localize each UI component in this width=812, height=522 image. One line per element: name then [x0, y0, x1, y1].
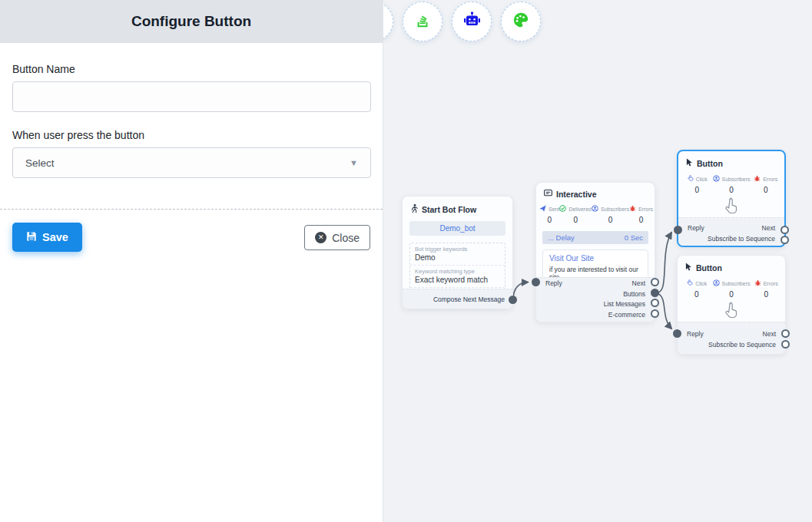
button2-node-header: Button — [678, 256, 785, 277]
button1-node-footer: Reply Next Subscribe to Sequence — [678, 217, 784, 246]
cursor-icon — [685, 263, 692, 273]
field-matching-type: Keyword matching type Exact keyword matc… — [410, 266, 505, 288]
chevron-down-icon: ▼ — [350, 158, 358, 167]
flow-canvas[interactable]: Start Bot Flow Demo_bot Bot trigger keyw… — [383, 0, 812, 522]
stat-click: Click 0 — [681, 175, 713, 194]
stat-sent: Sent 0 — [539, 205, 559, 224]
save-icon — [26, 231, 37, 244]
start-compose-port[interactable] — [509, 296, 517, 304]
press-action-label: When user press the button — [12, 129, 370, 141]
start-bot-flow-node[interactable]: Start Bot Flow Demo_bot Bot trigger keyw… — [402, 196, 513, 309]
button1-stats: Click 0 Subscribers 0 Errors — [678, 173, 784, 194]
interactive-next-port[interactable] — [651, 278, 659, 286]
interactive-node[interactable]: Interactive Sent 0 Delivered — [535, 182, 655, 322]
stat-subscribers: Subscribers 0 — [713, 175, 751, 194]
button2-subscribe-port[interactable] — [781, 340, 790, 349]
subscribers-icon — [592, 205, 598, 213]
toolbar-circle-bot[interactable] — [452, 2, 492, 41]
interactive-buttons-port[interactable] — [651, 289, 659, 297]
port-label-next: Next — [762, 224, 775, 232]
port-label-reply: Reply — [687, 330, 704, 338]
button2-reply-port[interactable] — [673, 329, 681, 338]
stat-delivered: Delivered 0 — [559, 205, 592, 224]
button-node-2[interactable]: Button Click 0 Subscribers — [677, 255, 786, 355]
stat-errors: Errors 0 — [629, 205, 653, 224]
port-label-reply: Reply — [688, 224, 704, 232]
port-label-ecommerce: E-commerce — [608, 311, 645, 319]
port-label-reply: Reply — [545, 279, 562, 287]
toolbar-circle-hidden[interactable] — [383, 2, 393, 41]
panel-title: Configure Button — [0, 0, 383, 43]
toolbar-circle-palette[interactable] — [501, 2, 541, 41]
delay-bar[interactable]: ... Delay 0 Sec — [542, 231, 648, 244]
delay-label: ... Delay — [548, 233, 575, 242]
interactive-stats: Sent 0 Delivered 0 Subscribers — [536, 203, 655, 224]
save-button[interactable]: Save — [12, 223, 82, 252]
click-icon — [686, 279, 693, 287]
port-label-subscribe: Subscribe to Sequence — [708, 235, 775, 243]
port-label-list-messages: List Messages — [604, 300, 645, 308]
select-value: Select — [25, 157, 55, 169]
sent-icon — [539, 205, 546, 213]
interactive-list-messages-port[interactable] — [651, 299, 659, 307]
bot-name-pill[interactable]: Demo_bot — [409, 221, 505, 236]
stack-icon — [414, 12, 431, 31]
delivered-check-icon — [559, 205, 566, 213]
hand-pointer-icon — [678, 302, 785, 319]
stat-subscribers: Subscribers 0 — [713, 279, 751, 299]
configure-button-panel: Configure Button Button Name When user p… — [0, 0, 383, 522]
start-node-header: Start Bot Flow — [403, 197, 512, 219]
subscribers-icon — [713, 279, 720, 287]
close-button-label: Close — [332, 232, 360, 244]
port-label-next: Next — [632, 279, 645, 287]
delay-value: 0 Sec — [625, 233, 643, 242]
close-icon: ✕ — [315, 232, 326, 243]
button-node-1[interactable]: Button Click 0 Subscribers — [677, 150, 786, 247]
interactive-reply-port[interactable] — [532, 278, 540, 286]
port-label-buttons: Buttons — [623, 290, 645, 298]
hand-pointer-icon — [678, 197, 784, 215]
palette-icon — [512, 12, 529, 31]
button1-next-port[interactable] — [781, 226, 789, 234]
button2-stats: Click 0 Subscribers 0 Errors — [678, 277, 785, 299]
button1-node-header: Button — [678, 151, 784, 173]
toolbar-circle-stack[interactable] — [403, 2, 442, 41]
port-label-next: Next — [763, 330, 776, 338]
interactive-ecommerce-port[interactable] — [651, 309, 659, 318]
cursor-icon — [686, 158, 693, 169]
stat-errors: Errors 0 — [750, 279, 782, 299]
port-label-subscribe: Subscribe to Sequence — [708, 341, 776, 349]
button-name-label: Button Name — [12, 63, 370, 75]
errors-bug-icon — [754, 175, 761, 183]
subscribers-icon — [713, 175, 720, 183]
button2-node-footer: Reply Next Subscribe to Sequence — [678, 322, 785, 354]
button2-node-title: Button — [696, 263, 722, 273]
button-name-input[interactable] — [12, 81, 371, 112]
save-button-label: Save — [42, 231, 68, 243]
message-title: Visit Our Site — [549, 254, 641, 263]
start-node-title: Start Bot Flow — [422, 205, 476, 214]
chat-window-icon — [544, 190, 552, 199]
errors-bug-icon — [754, 279, 761, 287]
button1-reply-port[interactable] — [674, 226, 682, 234]
interactive-node-title: Interactive — [556, 190, 597, 199]
stat-errors: Errors 0 — [750, 175, 781, 194]
button1-subscribe-port[interactable] — [781, 236, 789, 244]
button1-node-title: Button — [697, 159, 723, 168]
interactive-node-header: Interactive — [536, 183, 655, 203]
click-icon — [687, 175, 694, 183]
robot-icon — [462, 12, 482, 32]
close-button[interactable]: ✕ Close — [304, 225, 370, 250]
stat-subscribers: Subscribers 0 — [592, 205, 629, 224]
interactive-node-footer: Reply Next Buttons List Messages E-comme… — [536, 277, 655, 322]
field-trigger-keywords: Bot trigger keywords Demo — [410, 243, 505, 266]
press-action-select[interactable]: Select ▼ — [12, 147, 371, 178]
stat-click: Click 0 — [681, 279, 713, 299]
button2-next-port[interactable] — [781, 329, 790, 338]
runner-icon — [410, 203, 418, 215]
compose-next-message-label: Compose Next Message — [403, 289, 512, 309]
errors-bug-icon — [629, 205, 636, 213]
